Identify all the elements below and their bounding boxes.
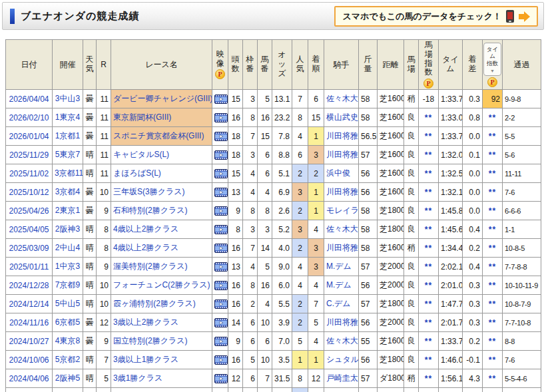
race_name-link[interactable]: 3歳1勝クラス (113, 373, 162, 383)
premium-masked-value[interactable]: ** (489, 132, 496, 141)
date-link[interactable]: 2026/04/04 (9, 95, 49, 104)
premium-masked-value[interactable]: ** (425, 355, 432, 365)
date-link[interactable]: 2024/12/28 (9, 281, 49, 290)
jockey-link[interactable]: 川田将雅 (326, 131, 358, 140)
jockey-link[interactable]: 浜中俊 (326, 168, 350, 178)
jockey-link[interactable]: 横山武史 (326, 112, 358, 122)
premium-masked-value[interactable]: ** (489, 262, 496, 272)
premium-masked-value[interactable]: ** (425, 225, 432, 234)
video-icon[interactable] (214, 113, 228, 122)
race_name-link[interactable]: 霞ヶ浦特別(2勝クラス) (113, 299, 196, 308)
jockey-link[interactable]: モレイラ (326, 206, 359, 215)
venue-link[interactable]: 2中山4 (55, 243, 80, 252)
venue-link[interactable]: 5京都2 (55, 355, 80, 364)
video-icon[interactable] (214, 337, 228, 346)
premium-masked-value[interactable]: ** (489, 113, 496, 122)
premium-masked-value[interactable]: ** (489, 225, 496, 234)
race_name-link[interactable]: 石和特別(2勝クラス) (113, 206, 188, 215)
venue-link[interactable]: 1東京4 (55, 112, 80, 122)
venue-link[interactable]: 1京都1 (55, 131, 80, 140)
premium-masked-value[interactable]: ** (489, 244, 496, 253)
race_name-link[interactable]: キャピタルS(L) (113, 150, 169, 159)
race_name-link[interactable]: フォーチュンC(2勝クラス) (113, 280, 210, 290)
race_name-link[interactable]: 渥美特別(2勝クラス) (113, 262, 188, 271)
venue-link[interactable]: 6京都5 (55, 317, 80, 327)
venue-link[interactable]: 5東京7 (55, 150, 80, 159)
jockey-link[interactable]: 川田将雅 (326, 150, 358, 159)
jockey-link[interactable]: シュタル (326, 355, 359, 364)
premium-masked-value[interactable]: ** (425, 262, 432, 272)
premium-masked-value[interactable]: ** (425, 374, 432, 383)
premium-masked-value[interactable]: ** (489, 188, 496, 197)
jockey-link[interactable]: M.デム (326, 262, 352, 271)
video-icon[interactable] (214, 169, 228, 178)
video-icon[interactable] (214, 244, 228, 253)
video-icon[interactable] (214, 281, 228, 290)
date-link[interactable]: 2024/11/16 (9, 318, 49, 327)
date-link[interactable]: 2025/04/26 (9, 206, 49, 216)
premium-masked-value[interactable]: ** (425, 337, 432, 346)
premium-masked-value[interactable]: ** (425, 113, 432, 122)
video-icon[interactable] (214, 374, 228, 383)
date-link[interactable]: 2025/01/11 (9, 262, 49, 272)
date-link[interactable]: 2025/11/02 (9, 169, 49, 178)
video-icon[interactable] (214, 132, 228, 141)
premium-masked-value[interactable]: ** (425, 299, 432, 309)
premium-masked-value[interactable]: ** (425, 150, 432, 160)
jockey-link[interactable]: 川田将雅 (326, 317, 358, 327)
premium-masked-value[interactable]: ** (489, 281, 496, 290)
venue-link[interactable]: 3中山3 (55, 94, 80, 103)
premium-masked-value[interactable]: ** (425, 281, 432, 290)
race_name-link[interactable]: 4歳以上2勝クラス (113, 224, 178, 234)
venue-link[interactable]: 2阪神5 (55, 373, 80, 383)
premium-masked-value[interactable]: ** (425, 206, 432, 216)
race_name-link[interactable]: 三年坂S(3勝クラス) (113, 187, 185, 196)
premium-masked-value[interactable]: ** (425, 132, 432, 141)
premium-masked-value[interactable]: ** (489, 337, 496, 346)
race_name-link[interactable]: 3歳以上1勝クラス (113, 355, 178, 364)
date-link[interactable]: 2026/02/10 (9, 113, 49, 122)
video-icon[interactable] (214, 318, 228, 327)
premium-masked-value[interactable]: ** (489, 318, 496, 327)
video-icon[interactable] (214, 206, 228, 216)
date-link[interactable]: 2025/11/29 (9, 150, 49, 160)
premium-icon[interactable]: P (215, 69, 225, 79)
date-link[interactable]: 2024/10/27 (9, 337, 49, 346)
date-link[interactable]: 2024/04/06 (9, 374, 49, 383)
smartphone-promo-button[interactable]: スマホでもこの馬のデータをチェック！ (334, 6, 538, 27)
venue-link[interactable]: 7京都9 (55, 280, 80, 290)
premium-icon[interactable]: P (487, 77, 497, 87)
video-icon[interactable] (214, 355, 228, 365)
video-icon[interactable] (214, 150, 228, 160)
jockey-link[interactable]: 川田将雅 (326, 243, 358, 252)
race_name-link[interactable]: ダービー卿チャレンジ(GIII) (113, 94, 212, 103)
venue-link[interactable]: 2東京1 (55, 206, 80, 215)
date-link[interactable]: 2025/10/12 (9, 188, 49, 197)
venue-link[interactable]: 2阪神3 (55, 224, 80, 234)
premium-icon[interactable]: P (423, 79, 433, 89)
premium-masked-value[interactable]: ** (425, 244, 432, 253)
premium-masked-value[interactable]: ** (425, 318, 432, 327)
premium-masked-value[interactable]: ** (489, 299, 496, 309)
jockey-link[interactable]: 佐々木大 (326, 94, 358, 103)
race_name-link[interactable]: 東京新聞杯(GIII) (113, 112, 171, 122)
premium-masked-value[interactable]: ** (489, 169, 496, 178)
venue-link[interactable]: 3京都11 (55, 168, 83, 178)
venue-link[interactable]: 4東京8 (55, 336, 80, 345)
premium-masked-value[interactable]: ** (489, 206, 496, 216)
date-link[interactable]: 2025/03/09 (9, 244, 49, 253)
jockey-link[interactable]: 戸崎圭太 (326, 373, 358, 383)
video-icon[interactable] (214, 262, 228, 272)
date-link[interactable]: 2024/10/06 (9, 355, 49, 365)
jockey-link[interactable]: 川田将雅 (326, 187, 358, 196)
race_name-link[interactable]: まほろばS(L) (113, 168, 161, 178)
video-icon[interactable] (214, 188, 228, 197)
video-icon[interactable] (214, 299, 228, 309)
premium-masked-value[interactable]: ** (489, 150, 496, 160)
date-link[interactable]: 2026/01/04 (9, 132, 49, 141)
video-icon[interactable] (214, 95, 228, 104)
premium-masked-value[interactable]: ** (489, 355, 496, 365)
jockey-link[interactable]: M.デム (326, 280, 352, 290)
video-icon[interactable] (214, 225, 228, 234)
race_name-link[interactable]: 国立特別(2勝クラス) (113, 336, 188, 345)
